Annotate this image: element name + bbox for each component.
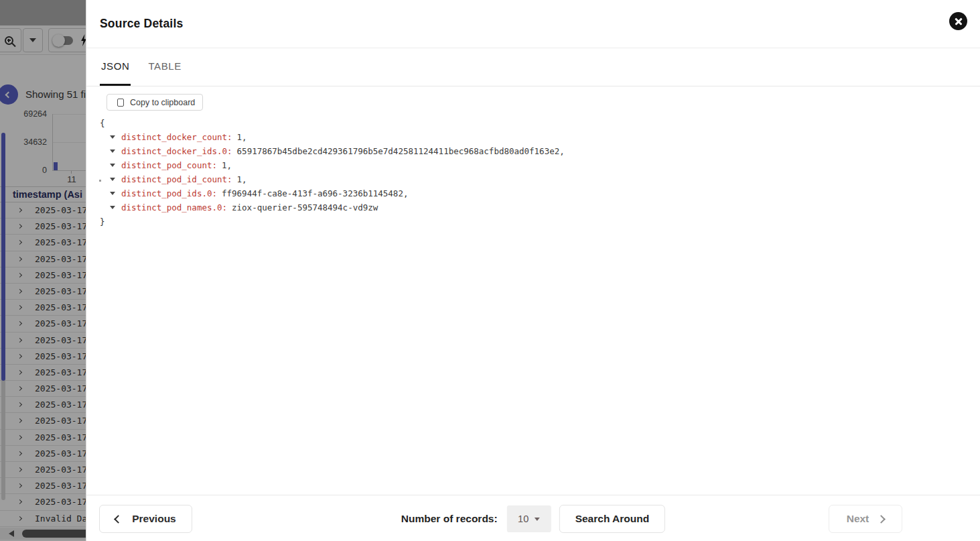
modal-header: Source Details <box>86 0 980 48</box>
json-value: 1, <box>237 172 247 186</box>
tab-json[interactable]: JSON <box>100 48 131 86</box>
collapse-triangle-icon[interactable] <box>110 206 115 209</box>
json-entry-row[interactable]: distinct_docker_count: 1, <box>100 130 980 144</box>
json-value: ziox-querier-595748494c-vd9zw <box>232 200 378 215</box>
search-around-button[interactable]: Search Around <box>559 505 666 533</box>
records-label: Number of records: <box>401 513 498 525</box>
json-value: 65917867b45dbe2cd429361796b5e7d425811244… <box>237 144 565 158</box>
search-around-label: Search Around <box>575 513 650 525</box>
copy-button-label: Copy to clipboard <box>130 98 195 107</box>
collapse-triangle-icon[interactable] <box>110 164 115 167</box>
json-entry-row[interactable]: distinct_pod_names.0: ziox-querier-59574… <box>100 200 980 215</box>
chevron-right-icon <box>877 515 886 524</box>
source-details-modal: Source Details JSON TABLE Copy to clipbo… <box>86 0 980 541</box>
json-value: 1, <box>237 130 247 144</box>
next-button[interactable]: Next <box>829 505 902 533</box>
json-entry-row[interactable]: distinct_pod_ids.0: ff96944f-ca8e-413f-a… <box>100 186 980 200</box>
json-content-area: Copy to clipboard { distinct_docker_coun… <box>86 87 980 495</box>
previous-button[interactable]: Previous <box>99 505 192 533</box>
close-icon[interactable] <box>949 12 967 30</box>
copy-to-clipboard-button[interactable]: Copy to clipboard <box>107 94 203 111</box>
json-close-brace: } <box>100 215 980 229</box>
chevron-down-icon <box>535 518 540 521</box>
modal-title: Source Details <box>100 17 183 31</box>
json-entry-row[interactable]: distinct_docker_ids.0: 65917867b45dbe2cd… <box>100 144 980 158</box>
modal-dim-overlay <box>0 0 86 541</box>
records-count-select[interactable]: 10 <box>507 505 551 532</box>
collapse-triangle-icon[interactable] <box>110 149 115 153</box>
modal-tabs: JSON TABLE <box>86 48 980 86</box>
copy-icon <box>117 99 124 107</box>
json-key: distinct_pod_names.0: <box>121 200 227 215</box>
json-key: distinct_pod_id_count: <box>121 172 232 186</box>
chevron-left-icon <box>114 515 123 524</box>
json-value: 1, <box>222 158 232 172</box>
json-key: distinct_docker_ids.0: <box>121 144 232 158</box>
collapse-triangle-icon[interactable] <box>110 178 115 181</box>
json-key: distinct_pod_ids.0: <box>121 186 217 200</box>
json-key: distinct_docker_count: <box>121 130 232 144</box>
next-button-label: Next <box>847 513 869 525</box>
json-open-brace: { <box>100 116 980 130</box>
records-controls: Number of records: 10 Search Around <box>401 505 665 533</box>
tree-dot <box>99 180 101 182</box>
modal-footer: Previous Number of records: 10 Search Ar… <box>86 495 980 541</box>
json-entry-row[interactable]: distinct_pod_count: 1, <box>100 158 980 172</box>
tab-table[interactable]: TABLE <box>147 48 182 86</box>
json-entries: distinct_docker_count: 1, distinct_docke… <box>100 130 980 215</box>
collapse-triangle-icon[interactable] <box>110 192 115 195</box>
json-viewer: { distinct_docker_count: 1, distinct_doc… <box>100 116 980 229</box>
json-key: distinct_pod_count: <box>121 158 217 172</box>
collapse-triangle-icon[interactable] <box>110 135 115 139</box>
json-value: ff96944f-ca8e-413f-a696-3236b1145482, <box>222 186 408 200</box>
previous-button-label: Previous <box>132 513 176 525</box>
json-entry-row[interactable]: distinct_pod_id_count: 1, <box>100 172 980 186</box>
records-count-value: 10 <box>518 514 529 524</box>
